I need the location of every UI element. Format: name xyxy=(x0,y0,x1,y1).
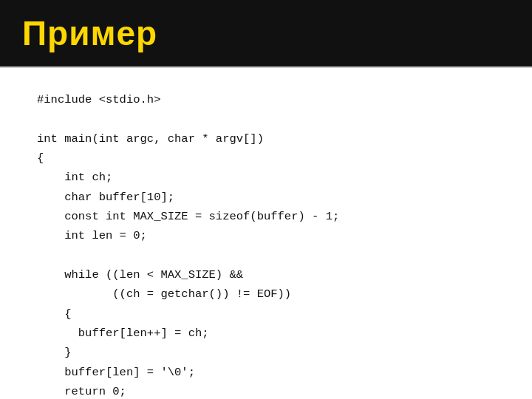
slide-content: #include <stdio.h> int main(int argc, ch… xyxy=(0,68,532,399)
slide-title: Пример xyxy=(22,13,157,53)
slide-header: Пример xyxy=(0,0,532,66)
code-block: #include <stdio.h> int main(int argc, ch… xyxy=(37,90,495,399)
